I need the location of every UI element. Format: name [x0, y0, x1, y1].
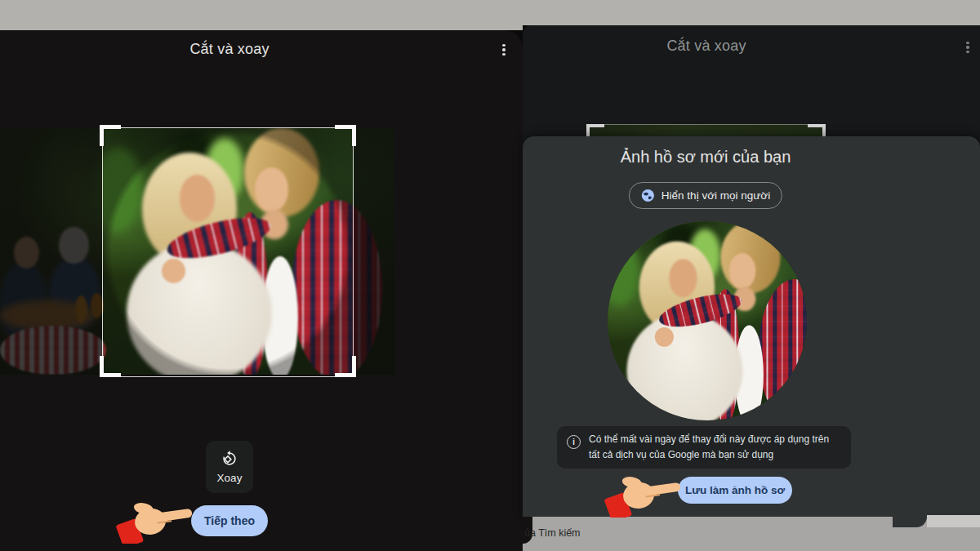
daughter-face — [728, 253, 755, 289]
globe-icon — [641, 189, 655, 202]
cancel-button[interactable]: Hủy — [629, 488, 648, 500]
sheet-heading: Ảnh hồ sơ mới của bạn — [621, 148, 791, 167]
info-circle-icon: i — [567, 435, 581, 449]
kebab-menu-icon — [960, 39, 975, 56]
crop-handle-top-left — [586, 124, 604, 136]
crop-handle-top-left[interactable] — [100, 125, 121, 146]
bottom-bar-text: ủa Tìm kiếm — [524, 527, 581, 539]
kebab-menu-icon[interactable] — [497, 42, 511, 58]
info-banner: i Có thể mất vài ngày để thay đổi này đư… — [557, 426, 851, 469]
sheet-corner-notch — [893, 517, 927, 527]
rotate-button[interactable]: Xoay — [206, 441, 253, 493]
background-card-corner — [927, 515, 980, 527]
profile-photo-preview — [608, 221, 807, 420]
info-banner-text: Có thể mất vài ngày để thay đổi này được… — [589, 432, 841, 462]
mother-face — [669, 259, 697, 296]
save-profile-photo-button[interactable]: Lưu làm ảnh hồ sơ — [678, 477, 792, 504]
crop-handle-bottom-right[interactable] — [335, 356, 356, 377]
family-photo — [608, 221, 807, 420]
crop-handle-top-right — [808, 124, 826, 136]
rotate-ccw-icon — [220, 450, 238, 468]
crop-frame-remnant — [586, 124, 826, 136]
top-gray-strip — [523, 0, 980, 25]
page-title-dimmed: Cắt và xoay — [666, 38, 746, 55]
visibility-chip[interactable]: Hiển thị với mọi người — [629, 182, 782, 209]
circle-mask-vignette — [102, 127, 354, 377]
daughter-hand — [655, 327, 674, 347]
crop-handle-bottom-left[interactable] — [100, 356, 121, 377]
crop-handle-top-right[interactable] — [335, 125, 356, 146]
page-title: Cắt và xoay — [189, 41, 269, 58]
next-button[interactable]: Tiếp theo — [191, 505, 268, 536]
visibility-chip-label: Hiển thị với mọi người — [662, 189, 770, 202]
crop-region[interactable] — [102, 127, 354, 377]
rotate-button-label: Xoay — [217, 472, 243, 484]
top-gray-strip — [0, 0, 523, 30]
